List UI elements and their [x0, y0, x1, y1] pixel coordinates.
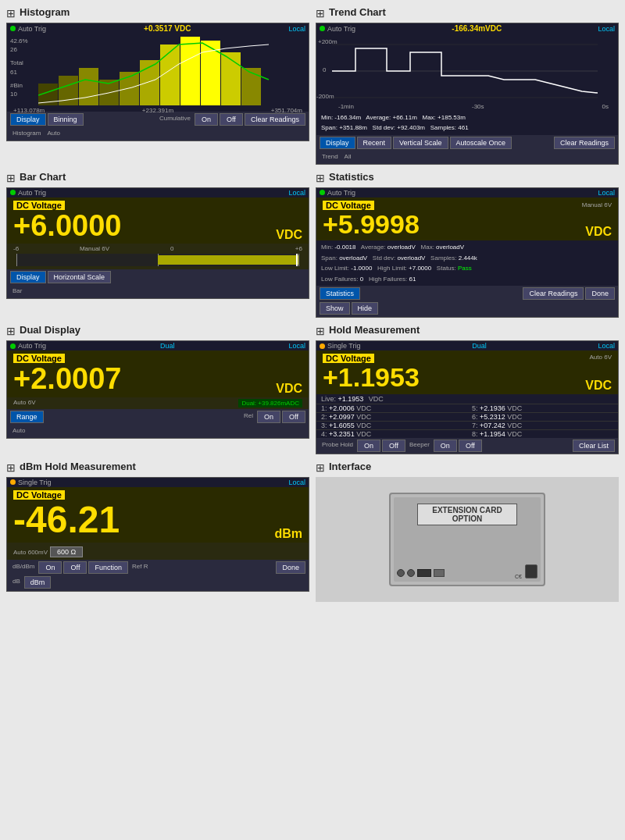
dbm-off-btn[interactable]: Off	[63, 561, 87, 574]
dual-rel-off-btn[interactable]: Off	[282, 411, 305, 423]
histogram-section: ⊞ Histogram Auto Trig +0.3517 VDC Local …	[6, 6, 309, 165]
dbm-trig-dot	[10, 479, 16, 485]
barchart-icon: ⊞	[6, 172, 16, 184]
trend-icon: ⊞	[316, 7, 325, 20]
hold-r3: 3: +1.6055 VDC	[316, 421, 467, 429]
dbm-function-btn[interactable]: Function	[88, 561, 128, 574]
interface-image: EXTENSION CARD OPTION C€	[316, 477, 619, 602]
barchart-hscale-btn[interactable]: Horizontal Scale	[48, 271, 112, 283]
dual-range-btn[interactable]: Range	[10, 411, 44, 423]
hold-clear-btn[interactable]: Clear List	[573, 440, 615, 452]
dbm-section: ⊞ dBm Hold Measurement Single Trig Local…	[6, 461, 309, 602]
hold-probe-off-btn[interactable]: Off	[382, 440, 405, 452]
statistics-local: Local	[598, 189, 615, 197]
barchart-header: Auto Trig Local	[7, 188, 309, 198]
hold-r1: 1: +2.0006 VDC	[316, 404, 467, 412]
barchart-display-btn[interactable]: Display	[10, 271, 46, 283]
hold-beeper-off-btn[interactable]: Off	[459, 440, 482, 452]
statistics-clear-btn[interactable]: Clear Readings	[523, 287, 584, 300]
dbm-header: Single Trig Local	[7, 478, 309, 487]
dual-header: Auto Trig Dual Local	[7, 341, 309, 351]
histogram-clear-btn[interactable]: Clear Readings	[245, 113, 305, 126]
dbm-done-btn[interactable]: Done	[276, 561, 305, 574]
statistics-meas: DC Voltage Manual 6V +5.9998 VDC	[316, 198, 618, 240]
trend-panel: Auto Trig -166.34mVDC Local +200m 0 -200…	[316, 23, 619, 165]
barchart-meas-label: DC Voltage	[13, 201, 65, 210]
hold-r4: 4: +3.2351 VDC	[316, 429, 467, 438]
dbm-range-note: Auto 600mV	[13, 549, 48, 556]
hold-dual-label: Dual	[472, 342, 487, 350]
statistics-header: Auto Trig Local	[316, 188, 618, 198]
dual-icon: ⊞	[6, 325, 16, 337]
power-connector	[525, 564, 538, 578]
statistics-show-btn[interactable]: Show	[320, 302, 350, 315]
statistics-icon: ⊞	[316, 172, 325, 184]
statistics-hide-btn[interactable]: Hide	[352, 302, 379, 315]
statistics-value: +5.9998	[323, 210, 420, 239]
dual-unit: VDC	[276, 382, 302, 396]
histogram-title: Histogram	[20, 6, 70, 18]
dual-panel: Auto Trig Dual Local DC Voltage +2.0007 …	[6, 340, 309, 439]
histogram-toolbar: Display Binning Cumulative On Off Clear …	[7, 112, 309, 127]
svg-rect-10	[241, 68, 261, 105]
dual-dual-label: Dual	[160, 342, 175, 350]
barchart-value: +6.0000	[13, 210, 121, 243]
hold-range-label: Auto 6V	[590, 354, 612, 363]
trend-clear-btn[interactable]: Clear Readings	[554, 137, 615, 149]
ce-label: C€	[515, 574, 522, 579]
device-ports	[397, 569, 445, 577]
bar-indicator	[16, 254, 299, 266]
svg-rect-7	[180, 37, 200, 105]
dbm-db-btn[interactable]: dBm	[24, 576, 52, 589]
svg-rect-8	[201, 41, 220, 105]
hold-live-row: Live: +1.1953 VDC	[316, 394, 618, 404]
trend-value: -166.34mVDC	[452, 24, 502, 33]
statistics-panel: Auto Trig Local DC Voltage Manual 6V +5.…	[316, 187, 619, 319]
dbm-title: dBm Hold Measurement	[20, 461, 136, 472]
svg-rect-2	[79, 68, 98, 105]
statistics-unit: VDC	[585, 225, 612, 239]
interface-icon: ⊞	[316, 461, 325, 474]
dual-trig-dot	[10, 343, 16, 349]
trend-toolbar2: Trend All	[316, 151, 618, 164]
statistics-done-btn[interactable]: Done	[585, 287, 615, 300]
statistics-title: Statistics	[329, 171, 374, 183]
dual-rel-on-btn[interactable]: On	[257, 411, 280, 423]
hold-beeper-on-btn[interactable]: On	[434, 440, 457, 452]
dbm-on-btn[interactable]: On	[38, 561, 62, 574]
trend-autoscale-btn[interactable]: Autoscale Once	[450, 137, 512, 149]
statistics-toolbar2: Show Hide	[316, 301, 618, 317]
hold-value: +1.1953	[323, 363, 420, 392]
dual-range-note: Auto 6V	[13, 399, 35, 408]
barchart-section: ⊞ Bar Chart Auto Trig Local DC Voltage +…	[6, 171, 309, 319]
trend-vertscale-btn[interactable]: Vertical Scale	[393, 137, 448, 149]
histogram-trig: Auto Trig	[10, 25, 46, 33]
statistics-section: ⊞ Statistics Auto Trig Local DC Voltage …	[316, 171, 619, 319]
trend-stats: Min: -166.34m Average: +66.11m Max: +185…	[316, 112, 618, 135]
trend-section: ⊞ Trend Chart Auto Trig -166.34mVDC Loca…	[316, 6, 619, 165]
dbm-local: Local	[288, 479, 305, 486]
histogram-binning-btn[interactable]: Binning	[48, 113, 84, 126]
trend-display-btn[interactable]: Display	[320, 137, 355, 149]
interface-section: ⊞ Interface EXTENSION CARD OPTION	[316, 461, 619, 602]
barchart-panel: Auto Trig Local DC Voltage +6.0000 VDC -…	[6, 187, 309, 300]
dbm-toolbar: dB/dBm On Off Function Ref R Done	[7, 560, 309, 575]
hold-icon: ⊞	[316, 325, 325, 337]
statistics-stats-btn[interactable]: Statistics	[320, 287, 360, 300]
histogram-display-btn[interactable]: Display	[10, 113, 46, 126]
dbm-icon: ⊞	[6, 461, 16, 474]
hold-readings-table: Live: +1.1953 VDC 1: +2.0006 VDC 5: +2.1…	[316, 394, 618, 438]
dual-toolbar2: Auto	[7, 425, 309, 438]
hold-live-unit: VDC	[369, 395, 384, 403]
histogram-value: +0.3517 VDC	[144, 24, 191, 33]
histogram-cumulative-on-btn[interactable]: On	[195, 113, 218, 126]
dual-local: Local	[288, 342, 305, 350]
trend-local: Local	[598, 25, 615, 33]
dbm-unit: dBm	[274, 527, 302, 541]
hold-probe-on-btn[interactable]: On	[357, 440, 380, 452]
histogram-cumulative-off-btn[interactable]: Off	[220, 113, 243, 126]
barchart-title: Bar Chart	[20, 171, 66, 183]
hold-local: Local	[598, 342, 615, 350]
trend-recent-btn[interactable]: Recent	[357, 137, 392, 149]
trend-header: Auto Trig -166.34mVDC Local	[316, 23, 618, 34]
